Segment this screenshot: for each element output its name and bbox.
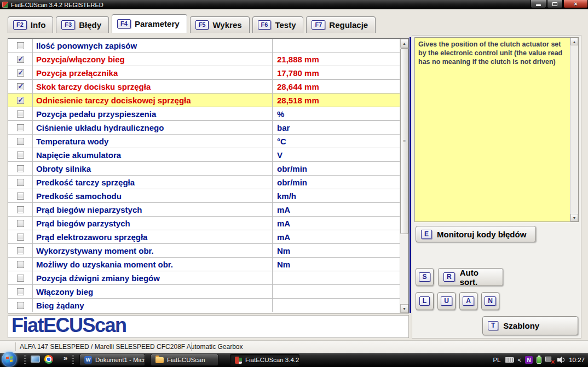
parameter-checkbox[interactable]: ✓ <box>17 165 24 172</box>
panel-divider <box>410 37 411 313</box>
parameter-checkbox[interactable]: ✓ <box>17 234 24 241</box>
checkbox-cell: ✓ <box>8 189 33 202</box>
overflow-chevron-icon[interactable]: » <box>64 354 67 362</box>
parameter-name: Pozycja przełącznika <box>33 66 273 79</box>
table-row[interactable]: ✓Możliwy do uzyskania moment obr.Nm <box>8 258 400 271</box>
tab-regulacje-label: Regulacje <box>329 20 368 30</box>
parameter-checkbox[interactable]: ✓ <box>17 110 24 118</box>
table-row[interactable]: ✓Wykorzystywany moment obr.Nm <box>8 244 400 258</box>
parameter-checkbox[interactable]: ✓ <box>17 83 24 90</box>
speaker-icon[interactable] <box>557 357 565 363</box>
parameter-checkbox[interactable]: ✓ <box>17 261 24 268</box>
table-row[interactable]: ✓Napięcie akumulatoraV <box>8 148 400 162</box>
a-button[interactable]: A <box>459 292 477 310</box>
table-row[interactable]: ✓Bieg żądany <box>8 299 400 312</box>
parameter-checkbox[interactable]: ✓ <box>17 193 24 200</box>
fiatecuscan-logo: FiatECUScan <box>11 314 126 337</box>
parameter-checkbox[interactable]: ✓ <box>17 179 24 186</box>
parameter-value: % <box>273 107 400 120</box>
parameter-name: Prąd biegów nieparzystych <box>33 203 273 216</box>
table-row[interactable]: ✓Pozycja/włączony bieg21,888 mm <box>8 53 400 66</box>
parameter-value: V <box>273 148 400 161</box>
tab-wykres[interactable]: F5 Wykres <box>190 16 250 33</box>
table-row[interactable]: ✓Prąd elektrozaworu sprzęgłamA <box>8 230 400 244</box>
info-scroll-down-icon[interactable]: ▼ <box>570 214 578 222</box>
maximize-button[interactable] <box>547 0 563 8</box>
auto-sort-button[interactable]: R Auto sort. <box>438 268 503 286</box>
tab-testy[interactable]: F6 Testy <box>252 16 304 33</box>
tab-parametery[interactable]: F4 Parametery <box>112 14 187 33</box>
table-row[interactable]: ✓Predkość samochodukm/h <box>8 189 400 203</box>
taskbar-grip[interactable] <box>72 355 74 365</box>
table-row[interactable]: ✓Prąd biegów nieparzystychmA <box>8 203 400 217</box>
templates-button[interactable]: T Szablony <box>482 316 578 335</box>
taskbar: » W Dokument1 - Micro... FiatECUScan Fia… <box>0 353 588 367</box>
parameter-checkbox[interactable]: ✓ <box>17 56 24 63</box>
table-row[interactable]: ✓Włączony bieg <box>8 285 400 299</box>
parameter-checkbox[interactable]: ✓ <box>17 138 24 145</box>
table-row[interactable]: ✓Ilość ponownych zapisów <box>8 39 400 53</box>
network-icon[interactable]: × <box>545 357 554 363</box>
monitor-error-codes-button[interactable]: E Monitoruj kody błędów <box>416 226 536 242</box>
battery-icon[interactable] <box>537 357 541 364</box>
parameter-checkbox[interactable]: ✓ <box>17 247 24 254</box>
checkbox-cell: ✓ <box>8 53 33 66</box>
table-row[interactable]: ✓Pozycja dźwigni zmiany biegów <box>8 271 400 285</box>
table-row[interactable]: ✓Temperatura wody°C <box>8 135 400 148</box>
s-button[interactable]: S <box>416 268 434 286</box>
parameter-checkbox[interactable]: ✓ <box>17 42 24 49</box>
parameter-checkbox[interactable]: ✓ <box>17 220 24 227</box>
close-button[interactable]: × <box>563 0 588 8</box>
info-scroll-up-icon[interactable]: ▲ <box>570 38 578 45</box>
u-button[interactable]: U <box>437 292 456 310</box>
parameter-name: Obroty silnika <box>33 162 273 175</box>
parameter-checkbox[interactable]: ✓ <box>17 302 24 309</box>
parameter-value: Nm <box>273 258 400 271</box>
parameter-checkbox[interactable]: ✓ <box>17 124 24 131</box>
n-button[interactable]: N <box>481 292 499 310</box>
start-button[interactable] <box>2 352 17 367</box>
language-indicator[interactable]: PL <box>493 357 500 363</box>
scroll-up-icon[interactable]: ▲ <box>400 39 408 48</box>
table-row[interactable]: ✓Pozycja pedału przyspieszenia% <box>8 107 400 121</box>
f7-keycap: F7 <box>312 20 325 30</box>
tab-bledy[interactable]: F3 Błędy <box>56 16 109 33</box>
taskbar-button-folder[interactable]: FiatECUScan <box>151 354 218 366</box>
table-row[interactable]: ✓Pozycja przełącznika17,780 mm <box>8 66 400 80</box>
parameter-checkbox[interactable]: ✓ <box>17 288 24 295</box>
parameter-checkbox[interactable]: ✓ <box>17 152 24 159</box>
tray-collapse-chevron-icon[interactable]: < <box>518 357 522 363</box>
parameter-checkbox[interactable]: ✓ <box>17 206 24 213</box>
parameter-checkbox[interactable]: ✓ <box>17 69 24 77</box>
check-icon: ✓ <box>18 82 24 90</box>
check-icon: ✓ <box>18 68 24 77</box>
tab-info[interactable]: F2 Info <box>8 16 53 33</box>
onenote-icon[interactable]: N <box>525 356 533 364</box>
parameter-checkbox[interactable]: ✓ <box>17 275 24 282</box>
title-bar: FiatECUScan 3.4.2 REGISTERED × <box>0 0 588 9</box>
clock[interactable]: 10:27 <box>569 357 585 363</box>
keyboard-icon[interactable] <box>505 357 514 363</box>
table-row[interactable]: ✓Odniesienie tarczy dociskowej sprzęgła2… <box>8 94 400 107</box>
minimize-button[interactable] <box>531 0 546 8</box>
table-row[interactable]: ✓Obroty silnikaobr/min <box>8 162 400 176</box>
taskbar-button-word[interactable]: W Dokument1 - Micro... <box>79 354 145 366</box>
taskbar-button-fiatecuscan[interactable]: FiatECUScan 3.4.2 R... <box>230 354 299 366</box>
table-row[interactable]: ✓Prąd biegów parzystychmA <box>8 217 400 230</box>
scroll-down-icon[interactable]: ▼ <box>400 304 408 313</box>
table-row[interactable]: ✓Ciśnienie układu hydraulicznegobar <box>8 121 400 135</box>
tab-regulacje[interactable]: F7 Regulacje <box>306 16 376 33</box>
table-row[interactable]: ✓Skok tarczy docisku sprzęgła28,644 mm <box>8 80 400 94</box>
info-scrollbar[interactable]: ▲ ▼ <box>570 38 578 222</box>
l-button[interactable]: L <box>416 292 434 310</box>
chrome-icon[interactable] <box>44 355 53 364</box>
table-row[interactable]: ✓Predkość tarczy sprzęgłaobr/min <box>8 176 400 189</box>
parameter-name: Ciśnienie układu hydraulicznego <box>33 121 273 134</box>
display-icon[interactable] <box>31 356 40 363</box>
speaker-wave <box>562 358 564 362</box>
table-scrollbar[interactable]: ▲ ≡ ▼ <box>400 39 408 313</box>
parameter-checkbox[interactable]: ✓ <box>17 97 24 104</box>
scrollbar-thumb[interactable]: ≡ <box>400 48 408 234</box>
checkbox-cell: ✓ <box>8 258 33 271</box>
quicklaunch-grip[interactable] <box>24 355 26 365</box>
